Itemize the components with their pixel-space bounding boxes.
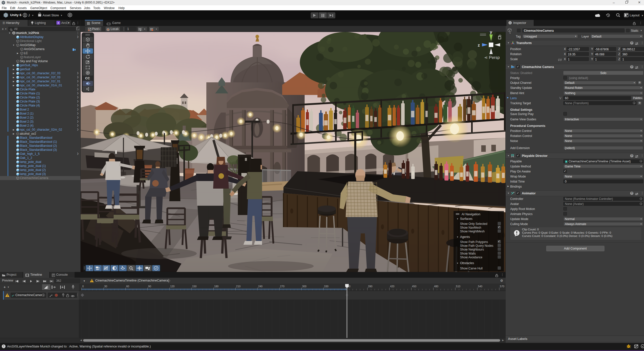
svg-text:120: 120: [170, 285, 175, 288]
svg-text:450: 450: [412, 285, 416, 288]
svg-text:570: 570: [500, 285, 504, 288]
svg-text:0: 0: [82, 285, 84, 288]
svg-text:270: 270: [280, 285, 285, 288]
svg-text:240: 240: [258, 285, 263, 288]
svg-text:z: z: [140, 29, 141, 31]
svg-text:420: 420: [390, 285, 395, 288]
svg-text:z: z: [478, 43, 480, 48]
svg-text:30: 30: [104, 285, 107, 288]
svg-text:y: y: [490, 30, 492, 34]
svg-text:330: 330: [324, 285, 329, 288]
svg-text:390: 390: [368, 285, 373, 288]
svg-text:480: 480: [434, 285, 438, 288]
svg-text:300: 300: [302, 285, 307, 288]
svg-text:510: 510: [456, 285, 461, 288]
svg-text:540: 540: [478, 285, 482, 288]
svg-text:60: 60: [126, 285, 129, 288]
svg-text:⋖ Persp: ⋖ Persp: [484, 55, 500, 60]
svg-text:!: !: [628, 345, 629, 348]
svg-text:90: 90: [148, 285, 151, 288]
svg-text:180: 180: [214, 285, 219, 288]
svg-text:150: 150: [192, 285, 197, 288]
svg-text:210: 210: [236, 285, 241, 288]
